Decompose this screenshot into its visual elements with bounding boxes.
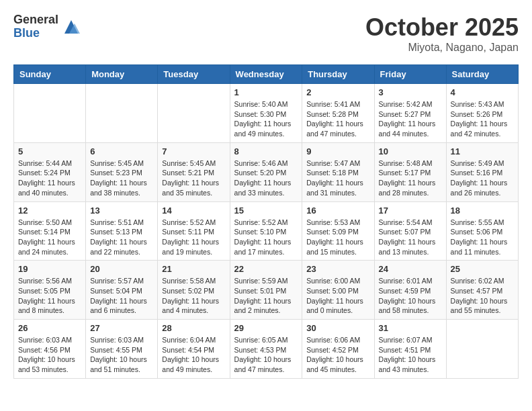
day-number: 12	[18, 205, 81, 216]
table-row: 17Sunrise: 5:54 AMSunset: 5:07 PMDayligh…	[374, 201, 446, 261]
table-row: 21Sunrise: 5:58 AMSunset: 5:02 PMDayligh…	[158, 261, 230, 320]
table-row: 24Sunrise: 6:01 AMSunset: 4:59 PMDayligh…	[374, 261, 446, 320]
table-row: 2Sunrise: 5:41 AMSunset: 5:28 PMDaylight…	[302, 84, 374, 143]
header-tuesday: Tuesday	[158, 65, 230, 84]
day-info: Sunrise: 6:01 AMSunset: 4:59 PMDaylight:…	[379, 276, 442, 316]
header-friday: Friday	[374, 65, 446, 84]
day-number: 3	[379, 87, 442, 97]
table-row: 1Sunrise: 5:40 AMSunset: 5:30 PMDaylight…	[230, 84, 302, 143]
day-number: 14	[162, 205, 225, 216]
header-thursday: Thursday	[302, 65, 374, 84]
day-info: Sunrise: 6:07 AMSunset: 4:51 PMDaylight:…	[379, 335, 442, 375]
day-number: 30	[306, 323, 369, 333]
calendar-week-row: 5Sunrise: 5:44 AMSunset: 5:24 PMDaylight…	[14, 142, 519, 201]
day-info: Sunrise: 5:48 AMSunset: 5:17 PMDaylight:…	[379, 158, 442, 198]
table-row: 26Sunrise: 6:03 AMSunset: 4:56 PMDayligh…	[14, 320, 86, 379]
day-info: Sunrise: 5:58 AMSunset: 5:02 PMDaylight:…	[162, 276, 225, 316]
day-number: 21	[162, 264, 225, 274]
day-number: 10	[379, 146, 442, 156]
day-number: 22	[234, 264, 298, 274]
day-info: Sunrise: 5:52 AMSunset: 5:10 PMDaylight:…	[234, 218, 298, 257]
day-info: Sunrise: 5:50 AMSunset: 5:14 PMDaylight:…	[18, 218, 81, 257]
table-row: 30Sunrise: 6:06 AMSunset: 4:52 PMDayligh…	[302, 320, 374, 379]
logo-general-text: General	[13, 13, 58, 27]
page-header: General Blue October 2025 Miyota, Nagano…	[13, 13, 519, 54]
table-row: 8Sunrise: 5:46 AMSunset: 5:20 PMDaylight…	[230, 142, 302, 201]
day-info: Sunrise: 5:56 AMSunset: 5:05 PMDaylight:…	[18, 276, 81, 316]
day-number: 16	[306, 205, 369, 216]
header-wednesday: Wednesday	[230, 65, 302, 84]
table-row: 10Sunrise: 5:48 AMSunset: 5:17 PMDayligh…	[374, 142, 446, 201]
table-row	[14, 84, 86, 143]
day-number: 11	[451, 146, 514, 156]
table-row: 5Sunrise: 5:44 AMSunset: 5:24 PMDaylight…	[14, 142, 86, 201]
day-number: 4	[451, 87, 514, 97]
day-number: 31	[379, 323, 442, 333]
table-row: 3Sunrise: 5:42 AMSunset: 5:27 PMDaylight…	[374, 84, 446, 143]
day-info: Sunrise: 5:49 AMSunset: 5:16 PMDaylight:…	[451, 158, 514, 198]
title-block: October 2025 Miyota, Nagano, Japan	[365, 13, 519, 54]
day-number: 5	[18, 146, 81, 156]
weekday-header-row: Sunday Monday Tuesday Wednesday Thursday…	[14, 65, 519, 84]
table-row: 25Sunrise: 6:02 AMSunset: 4:57 PMDayligh…	[446, 261, 518, 320]
day-number: 9	[306, 146, 369, 156]
day-info: Sunrise: 6:03 AMSunset: 4:55 PMDaylight:…	[90, 335, 153, 375]
day-info: Sunrise: 5:43 AMSunset: 5:26 PMDaylight:…	[451, 99, 514, 139]
header-saturday: Saturday	[446, 65, 518, 84]
table-row: 13Sunrise: 5:51 AMSunset: 5:13 PMDayligh…	[86, 201, 158, 261]
logo-icon	[61, 17, 81, 37]
day-info: Sunrise: 5:54 AMSunset: 5:07 PMDaylight:…	[379, 218, 442, 257]
day-number: 13	[90, 205, 153, 216]
day-info: Sunrise: 5:47 AMSunset: 5:18 PMDaylight:…	[306, 158, 369, 198]
table-row: 15Sunrise: 5:52 AMSunset: 5:10 PMDayligh…	[230, 201, 302, 261]
header-monday: Monday	[86, 65, 158, 84]
table-row: 6Sunrise: 5:45 AMSunset: 5:23 PMDaylight…	[86, 142, 158, 201]
day-number: 24	[379, 264, 442, 274]
day-info: Sunrise: 5:59 AMSunset: 5:01 PMDaylight:…	[234, 276, 298, 316]
logo: General Blue	[13, 13, 81, 40]
header-sunday: Sunday	[14, 65, 86, 84]
calendar-week-row: 19Sunrise: 5:56 AMSunset: 5:05 PMDayligh…	[14, 261, 519, 320]
table-row: 7Sunrise: 5:45 AMSunset: 5:21 PMDaylight…	[158, 142, 230, 201]
table-row	[446, 320, 518, 379]
day-info: Sunrise: 6:03 AMSunset: 4:56 PMDaylight:…	[18, 335, 81, 375]
table-row	[86, 84, 158, 143]
table-row: 18Sunrise: 5:55 AMSunset: 5:06 PMDayligh…	[446, 201, 518, 261]
day-number: 6	[90, 146, 153, 156]
day-number: 25	[451, 264, 514, 274]
day-info: Sunrise: 5:45 AMSunset: 5:23 PMDaylight:…	[90, 158, 153, 198]
day-info: Sunrise: 6:06 AMSunset: 4:52 PMDaylight:…	[306, 335, 369, 375]
day-info: Sunrise: 6:05 AMSunset: 4:53 PMDaylight:…	[234, 335, 298, 375]
month-title: October 2025	[365, 13, 519, 42]
table-row: 19Sunrise: 5:56 AMSunset: 5:05 PMDayligh…	[14, 261, 86, 320]
calendar-week-row: 26Sunrise: 6:03 AMSunset: 4:56 PMDayligh…	[14, 320, 519, 379]
calendar-table: Sunday Monday Tuesday Wednesday Thursday…	[13, 64, 519, 379]
table-row: 31Sunrise: 6:07 AMSunset: 4:51 PMDayligh…	[374, 320, 446, 379]
calendar-week-row: 1Sunrise: 5:40 AMSunset: 5:30 PMDaylight…	[14, 84, 519, 143]
day-number: 8	[234, 146, 298, 156]
day-number: 2	[306, 87, 369, 97]
day-number: 23	[306, 264, 369, 274]
day-info: Sunrise: 5:57 AMSunset: 5:04 PMDaylight:…	[90, 276, 153, 316]
day-number: 7	[162, 146, 225, 156]
location: Miyota, Nagano, Japan	[365, 42, 519, 54]
day-number: 20	[90, 264, 153, 274]
day-number: 18	[451, 205, 514, 216]
table-row: 22Sunrise: 5:59 AMSunset: 5:01 PMDayligh…	[230, 261, 302, 320]
table-row: 12Sunrise: 5:50 AMSunset: 5:14 PMDayligh…	[14, 201, 86, 261]
day-number: 15	[234, 205, 298, 216]
day-info: Sunrise: 5:53 AMSunset: 5:09 PMDaylight:…	[306, 218, 369, 257]
day-number: 29	[234, 323, 298, 333]
day-number: 17	[379, 205, 442, 216]
table-row: 29Sunrise: 6:05 AMSunset: 4:53 PMDayligh…	[230, 320, 302, 379]
table-row: 16Sunrise: 5:53 AMSunset: 5:09 PMDayligh…	[302, 201, 374, 261]
day-number: 19	[18, 264, 81, 274]
day-number: 26	[18, 323, 81, 333]
table-row: 28Sunrise: 6:04 AMSunset: 4:54 PMDayligh…	[158, 320, 230, 379]
calendar-week-row: 12Sunrise: 5:50 AMSunset: 5:14 PMDayligh…	[14, 201, 519, 261]
day-info: Sunrise: 6:02 AMSunset: 4:57 PMDaylight:…	[451, 276, 514, 316]
table-row: 9Sunrise: 5:47 AMSunset: 5:18 PMDaylight…	[302, 142, 374, 201]
day-info: Sunrise: 5:40 AMSunset: 5:30 PMDaylight:…	[234, 99, 298, 139]
table-row: 27Sunrise: 6:03 AMSunset: 4:55 PMDayligh…	[86, 320, 158, 379]
table-row: 14Sunrise: 5:52 AMSunset: 5:11 PMDayligh…	[158, 201, 230, 261]
